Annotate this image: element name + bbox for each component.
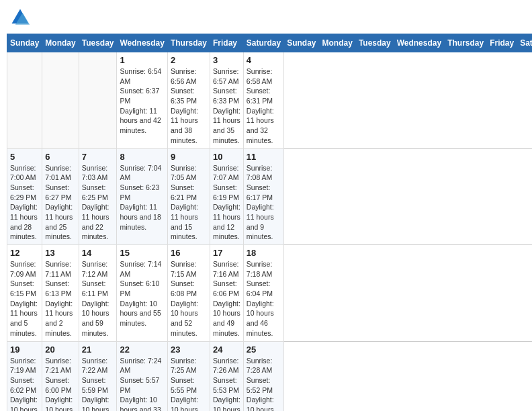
day-number: 24 <box>213 345 240 355</box>
calendar-cell: 1Sunrise: 6:54 AM Sunset: 6:37 PM Daylig… <box>117 52 167 149</box>
calendar-cell: 22Sunrise: 7:24 AM Sunset: 5:57 PM Dayli… <box>117 341 167 411</box>
col-header-thursday: Thursday <box>445 34 487 52</box>
day-number: 5 <box>10 152 39 162</box>
day-number: 6 <box>45 152 75 162</box>
day-info: Sunrise: 6:54 AM Sunset: 6:37 PM Dayligh… <box>120 66 164 136</box>
day-info: Sunrise: 7:00 AM Sunset: 6:29 PM Dayligh… <box>10 163 39 242</box>
calendar-cell: 23Sunrise: 7:25 AM Sunset: 5:55 PM Dayli… <box>167 341 210 411</box>
day-info: Sunrise: 7:22 AM Sunset: 5:59 PM Dayligh… <box>82 356 114 412</box>
calendar-week-4: 19Sunrise: 7:19 AM Sunset: 6:02 PM Dayli… <box>7 341 533 411</box>
day-number: 9 <box>171 152 207 162</box>
day-info: Sunrise: 7:26 AM Sunset: 5:53 PM Dayligh… <box>213 356 240 412</box>
calendar-cell: 5Sunrise: 7:00 AM Sunset: 6:29 PM Daylig… <box>7 148 42 245</box>
day-number: 2 <box>171 55 207 65</box>
day-info: Sunrise: 7:09 AM Sunset: 6:15 PM Dayligh… <box>10 259 39 338</box>
calendar-cell: 24Sunrise: 7:26 AM Sunset: 5:53 PM Dayli… <box>210 341 243 411</box>
day-number: 4 <box>247 55 281 65</box>
calendar-week-3: 12Sunrise: 7:09 AM Sunset: 6:15 PM Dayli… <box>7 245 533 342</box>
col-header-saturday: Saturday <box>517 34 532 52</box>
day-info: Sunrise: 7:25 AM Sunset: 5:55 PM Dayligh… <box>171 356 207 412</box>
calendar-week-1: 1Sunrise: 6:54 AM Sunset: 6:37 PM Daylig… <box>7 52 533 149</box>
calendar-cell <box>79 52 117 149</box>
calendar-cell: 13Sunrise: 7:11 AM Sunset: 6:13 PM Dayli… <box>42 245 79 342</box>
calendar-cell: 6Sunrise: 7:01 AM Sunset: 6:27 PM Daylig… <box>42 148 79 245</box>
day-number: 23 <box>171 345 207 355</box>
col-header-friday: Friday <box>210 34 243 52</box>
calendar-cell: 19Sunrise: 7:19 AM Sunset: 6:02 PM Dayli… <box>7 341 42 411</box>
calendar-cell: 18Sunrise: 7:18 AM Sunset: 6:04 PM Dayli… <box>243 245 283 342</box>
day-info: Sunrise: 6:58 AM Sunset: 6:31 PM Dayligh… <box>247 66 281 146</box>
logo-icon <box>9 7 31 28</box>
calendar-cell <box>42 52 79 149</box>
day-number: 11 <box>247 152 281 162</box>
day-number: 8 <box>120 152 164 162</box>
day-number: 15 <box>120 248 164 258</box>
calendar-cell: 15Sunrise: 7:14 AM Sunset: 6:10 PM Dayli… <box>117 245 167 342</box>
calendar-cell: 20Sunrise: 7:21 AM Sunset: 6:00 PM Dayli… <box>42 341 79 411</box>
calendar-week-2: 5Sunrise: 7:00 AM Sunset: 6:29 PM Daylig… <box>7 148 533 245</box>
calendar-cell: 9Sunrise: 7:05 AM Sunset: 6:21 PM Daylig… <box>167 148 210 245</box>
day-info: Sunrise: 7:16 AM Sunset: 6:06 PM Dayligh… <box>213 259 240 338</box>
col-header-friday: Friday <box>487 34 517 52</box>
day-number: 22 <box>120 345 164 355</box>
day-info: Sunrise: 7:08 AM Sunset: 6:17 PM Dayligh… <box>247 163 281 242</box>
day-info: Sunrise: 7:15 AM Sunset: 6:08 PM Dayligh… <box>171 259 207 338</box>
calendar-cell: 17Sunrise: 7:16 AM Sunset: 6:06 PM Dayli… <box>210 245 243 342</box>
day-info: Sunrise: 7:18 AM Sunset: 6:04 PM Dayligh… <box>247 259 281 338</box>
day-number: 18 <box>247 248 281 258</box>
day-info: Sunrise: 7:11 AM Sunset: 6:13 PM Dayligh… <box>45 259 75 338</box>
calendar-cell: 2Sunrise: 6:56 AM Sunset: 6:35 PM Daylig… <box>167 52 210 149</box>
col-header-wednesday: Wednesday <box>394 34 444 52</box>
calendar-table: SundayMondayTuesdayWednesdayThursdayFrid… <box>7 34 532 411</box>
logo <box>9 7 34 28</box>
day-number: 19 <box>10 345 39 355</box>
calendar-cell: 7Sunrise: 7:03 AM Sunset: 6:25 PM Daylig… <box>79 148 117 245</box>
col-header-sunday: Sunday <box>7 34 42 52</box>
day-info: Sunrise: 7:12 AM Sunset: 6:11 PM Dayligh… <box>82 259 114 338</box>
day-info: Sunrise: 6:57 AM Sunset: 6:33 PM Dayligh… <box>213 66 240 146</box>
day-info: Sunrise: 6:56 AM Sunset: 6:35 PM Dayligh… <box>171 66 207 146</box>
col-header-tuesday: Tuesday <box>355 34 394 52</box>
day-info: Sunrise: 7:19 AM Sunset: 6:02 PM Dayligh… <box>10 356 39 412</box>
day-info: Sunrise: 7:04 AM Sunset: 6:23 PM Dayligh… <box>120 163 164 232</box>
col-header-monday: Monday <box>42 34 79 52</box>
calendar-cell: 25Sunrise: 7:28 AM Sunset: 5:52 PM Dayli… <box>243 341 283 411</box>
day-number: 17 <box>213 248 240 258</box>
page-header <box>7 7 525 28</box>
col-header-wednesday: Wednesday <box>117 34 167 52</box>
calendar-cell: 14Sunrise: 7:12 AM Sunset: 6:11 PM Dayli… <box>79 245 117 342</box>
calendar-cell <box>7 52 42 149</box>
day-number: 7 <box>82 152 114 162</box>
calendar-cell: 21Sunrise: 7:22 AM Sunset: 5:59 PM Dayli… <box>79 341 117 411</box>
day-info: Sunrise: 7:01 AM Sunset: 6:27 PM Dayligh… <box>45 163 75 242</box>
day-info: Sunrise: 7:05 AM Sunset: 6:21 PM Dayligh… <box>171 163 207 242</box>
calendar-cell: 11Sunrise: 7:08 AM Sunset: 6:17 PM Dayli… <box>243 148 283 245</box>
day-info: Sunrise: 7:28 AM Sunset: 5:52 PM Dayligh… <box>247 356 281 412</box>
calendar-cell: 4Sunrise: 6:58 AM Sunset: 6:31 PM Daylig… <box>243 52 283 149</box>
col-header-tuesday: Tuesday <box>79 34 117 52</box>
day-number: 13 <box>45 248 75 258</box>
col-header-saturday: Saturday <box>243 34 283 52</box>
day-number: 21 <box>82 345 114 355</box>
day-info: Sunrise: 7:24 AM Sunset: 5:57 PM Dayligh… <box>120 356 164 412</box>
day-number: 14 <box>82 248 114 258</box>
calendar-cell: 16Sunrise: 7:15 AM Sunset: 6:08 PM Dayli… <box>167 245 210 342</box>
calendar-header-row: SundayMondayTuesdayWednesdayThursdayFrid… <box>7 34 533 52</box>
calendar-cell: 8Sunrise: 7:04 AM Sunset: 6:23 PM Daylig… <box>117 148 167 245</box>
day-info: Sunrise: 7:14 AM Sunset: 6:10 PM Dayligh… <box>120 259 164 328</box>
day-number: 3 <box>213 55 240 65</box>
calendar-cell: 3Sunrise: 6:57 AM Sunset: 6:33 PM Daylig… <box>210 52 243 149</box>
day-number: 12 <box>10 248 39 258</box>
col-header-sunday: Sunday <box>284 34 319 52</box>
calendar-cell: 12Sunrise: 7:09 AM Sunset: 6:15 PM Dayli… <box>7 245 42 342</box>
calendar-cell: 10Sunrise: 7:07 AM Sunset: 6:19 PM Dayli… <box>210 148 243 245</box>
col-header-monday: Monday <box>319 34 355 52</box>
col-header-thursday: Thursday <box>167 34 210 52</box>
day-info: Sunrise: 7:03 AM Sunset: 6:25 PM Dayligh… <box>82 163 114 242</box>
day-info: Sunrise: 7:21 AM Sunset: 6:00 PM Dayligh… <box>45 356 75 412</box>
day-number: 25 <box>247 345 281 355</box>
day-number: 16 <box>171 248 207 258</box>
day-info: Sunrise: 7:07 AM Sunset: 6:19 PM Dayligh… <box>213 163 240 242</box>
day-number: 10 <box>213 152 240 162</box>
day-number: 20 <box>45 345 75 355</box>
